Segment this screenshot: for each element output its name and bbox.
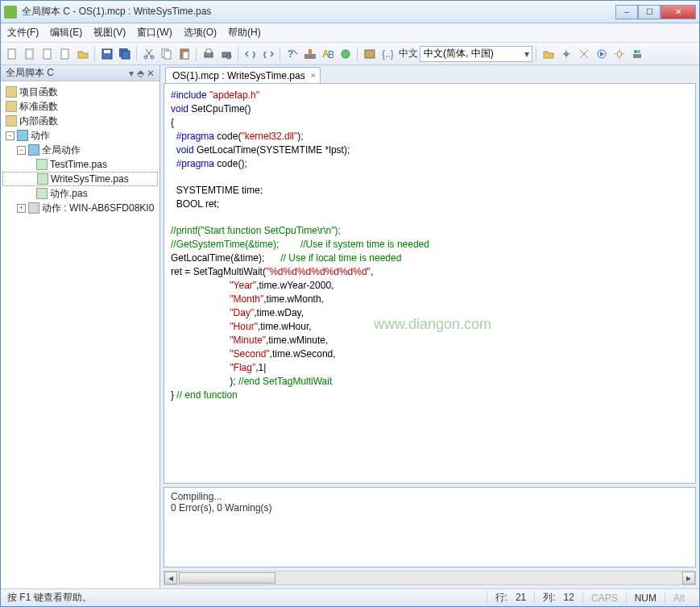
menu-window[interactable]: 窗口(W)	[137, 26, 172, 39]
tree-global-actions[interactable]: −全局动作	[2, 143, 158, 157]
svg-rect-12	[164, 51, 171, 59]
ruler-icon[interactable]	[558, 46, 574, 62]
titlebar: 全局脚本 C - OS(1).mcp : WriteSysTime.pas – …	[1, 1, 699, 23]
gear-icon[interactable]	[611, 46, 628, 62]
sidebar-header: 全局脚本 C ▾ ⬘ ✕	[1, 65, 159, 81]
paste-icon[interactable]	[176, 46, 193, 62]
run-icon[interactable]	[594, 46, 610, 62]
cut-icon[interactable]	[141, 46, 157, 62]
code-editor[interactable]: #include "apdefap.h" void SetCpuTime() {…	[164, 84, 695, 483]
svg-rect-3	[43, 49, 51, 59]
svg-rect-4	[61, 49, 68, 59]
doc2-icon[interactable]	[57, 46, 73, 62]
status-line: 行: 21	[487, 591, 535, 605]
preview-icon[interactable]	[218, 46, 234, 62]
folder2-icon[interactable]	[541, 46, 557, 62]
save-icon[interactable]	[99, 46, 115, 62]
new-icon[interactable]	[4, 46, 20, 62]
menu-edit[interactable]: 编辑(E)	[50, 26, 82, 39]
check-icon[interactable]: AB	[320, 46, 336, 62]
menubar: 文件(F) 编辑(E) 视图(V) 窗口(W) 选项(O) 帮助(H)	[1, 23, 699, 43]
tree-file-testtime[interactable]: TestTime.pas	[2, 157, 158, 172]
compile-icon[interactable]	[302, 46, 318, 62]
status-num: NUM	[626, 592, 665, 604]
undo-icon[interactable]	[242, 46, 259, 62]
tree-host-actions[interactable]: +动作 : WIN-AB6SFD08KI0	[2, 201, 158, 215]
status-help: 按 F1 键查看帮助。	[7, 591, 92, 605]
svg-point-30	[634, 50, 637, 53]
redo-icon[interactable]	[260, 46, 276, 62]
status-caps: CAPS	[582, 592, 626, 604]
menu-options[interactable]: 选项(O)	[184, 26, 217, 39]
print-icon[interactable]	[201, 46, 217, 62]
close-button[interactable]: ✕	[661, 5, 696, 19]
people-icon[interactable]	[629, 46, 645, 62]
status-col: 列: 12	[534, 591, 582, 605]
svg-rect-6	[104, 50, 110, 53]
language-combo[interactable]: 中文(简体, 中国)	[420, 46, 532, 62]
svg-rect-32	[633, 54, 641, 58]
editor-area: OS(1).mcp : WriteSysTime.pas✕ #include "…	[160, 65, 699, 588]
horizontal-scrollbar[interactable]: ◂ ▸	[164, 571, 696, 585]
tree-file-action[interactable]: 动作.pas	[2, 186, 158, 201]
lang-label: 中文	[399, 47, 418, 60]
editor-tabs: OS(1).mcp : WriteSysTime.pas✕	[160, 65, 699, 83]
saveall-icon[interactable]	[117, 46, 133, 62]
minimize-button[interactable]: –	[615, 5, 638, 19]
tree-project-functions[interactable]: 项目函数	[2, 85, 158, 99]
menu-view[interactable]: 视图(V)	[93, 26, 126, 39]
toolbar: ? AB {..} 中文 中文(简体, 中国)	[1, 43, 699, 65]
tag-icon[interactable]: {..}	[379, 46, 396, 62]
lib-icon[interactable]	[362, 46, 378, 62]
svg-rect-0	[8, 49, 15, 59]
menu-help[interactable]: 帮助(H)	[228, 26, 261, 39]
status-alt: Alt	[665, 592, 693, 604]
main-area: 全局脚本 C ▾ ⬘ ✕ 项目函数 标准函数 内部函数 −动作 −全局动作 Te…	[1, 65, 699, 588]
svg-rect-2	[27, 50, 32, 58]
tree-file-writesystime[interactable]: WriteSysTime.pas	[2, 172, 158, 186]
output-line: Compiling...	[171, 491, 689, 502]
scroll-right-icon[interactable]: ▸	[682, 572, 695, 584]
svg-rect-8	[122, 51, 130, 59]
maximize-button[interactable]: ☐	[638, 5, 661, 19]
statusbar: 按 F1 键查看帮助。 行: 21 列: 12 CAPS NUM Alt	[1, 588, 699, 606]
window-title: 全局脚本 C - OS(1).mcp : WriteSysTime.pas	[22, 5, 615, 19]
output-panel[interactable]: Compiling... 0 Error(s), 0 Warning(s)	[164, 487, 696, 568]
tab-writesystime[interactable]: OS(1).mcp : WriteSysTime.pas✕	[165, 67, 321, 83]
svg-text:{..}: {..}	[382, 48, 393, 60]
tab-close-icon[interactable]: ✕	[310, 72, 317, 80]
svg-rect-21	[309, 49, 312, 55]
sidebar-title: 全局脚本 C	[6, 66, 54, 80]
svg-point-31	[637, 50, 640, 53]
tree-actions[interactable]: −动作	[2, 128, 158, 143]
project-tree[interactable]: 项目函数 标准函数 内部函数 −动作 −全局动作 TestTime.pas Wr…	[1, 81, 159, 588]
output-line: 0 Error(s), 0 Warning(s)	[171, 502, 689, 513]
sidebar-controls[interactable]: ▾ ⬘ ✕	[129, 68, 155, 79]
app-icon	[4, 6, 17, 19]
open-icon[interactable]	[75, 46, 91, 62]
watermark: www.diangon.com	[374, 318, 491, 331]
code-editor-frame: #include "apdefap.h" void SetCpuTime() {…	[164, 83, 696, 484]
svg-rect-25	[365, 50, 375, 58]
sidebar: 全局脚本 C ▾ ⬘ ✕ 项目函数 标准函数 内部函数 −动作 −全局动作 Te…	[1, 65, 160, 588]
svg-text:?: ?	[288, 48, 293, 60]
doc-icon[interactable]	[39, 46, 56, 62]
properties-icon[interactable]	[576, 46, 592, 62]
svg-text:B: B	[328, 49, 333, 60]
menu-file[interactable]: 文件(F)	[7, 26, 39, 39]
scroll-thumb[interactable]	[179, 572, 275, 584]
svg-rect-16	[206, 49, 211, 53]
svg-point-29	[617, 52, 622, 56]
scroll-left-icon[interactable]: ◂	[164, 572, 177, 584]
svg-point-24	[342, 50, 350, 58]
svg-rect-14	[183, 52, 188, 59]
tree-standard-functions[interactable]: 标准函数	[2, 99, 158, 114]
new2-icon[interactable]	[22, 46, 38, 62]
window-buttons: – ☐ ✕	[615, 5, 696, 19]
bookmark-icon[interactable]	[338, 46, 354, 62]
help-icon[interactable]: ?	[284, 46, 300, 62]
tree-internal-functions[interactable]: 内部函数	[2, 114, 158, 128]
copy-icon[interactable]	[159, 46, 175, 62]
